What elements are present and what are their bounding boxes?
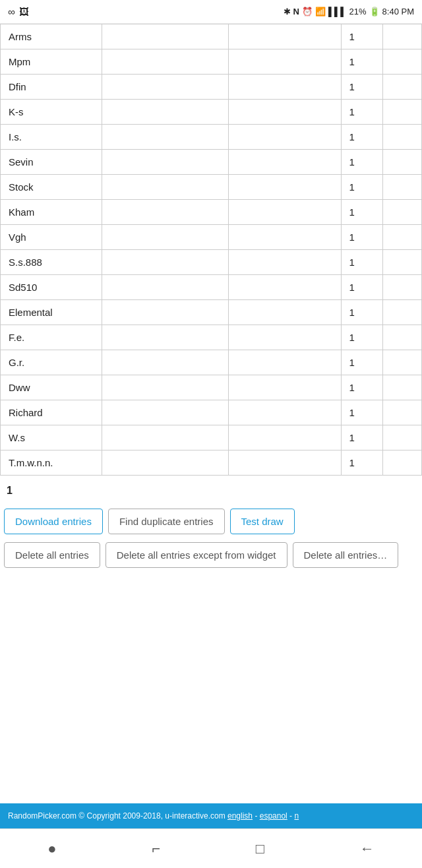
download-entries-button[interactable]: Download entries <box>4 509 103 534</box>
entry-col5 <box>383 49 422 75</box>
entry-col2 <box>102 250 229 275</box>
entry-name: Elemental <box>1 300 102 325</box>
footer-link-english[interactable]: english <box>227 811 253 821</box>
image-icon: 🖼 <box>19 6 29 17</box>
footer-link-n[interactable]: n <box>294 811 299 821</box>
entry-count: 1 <box>341 325 383 350</box>
entry-col3 <box>229 425 341 450</box>
entry-col3 <box>229 450 341 476</box>
entry-col3 <box>229 350 341 375</box>
signal-icon: ▌▌▌ <box>328 7 347 16</box>
table-row: Sd510 1 <box>1 275 422 300</box>
test-draw-button[interactable]: Test draw <box>230 509 295 534</box>
entry-name: S.s.888 <box>1 250 102 275</box>
status-left-icons: ∞ 🖼 <box>8 6 29 17</box>
footer: RandomPicker.com © Copyright 2009-2018, … <box>0 803 422 828</box>
entry-col5 <box>383 100 422 125</box>
entry-name: Dfin <box>1 75 102 100</box>
table-row: I.s. 1 <box>1 125 422 150</box>
entry-name: W.s <box>1 425 102 450</box>
table-row: Vgh 1 <box>1 225 422 250</box>
entry-count: 1 <box>341 75 383 100</box>
table-row: Kham 1 <box>1 200 422 225</box>
entry-col5 <box>383 375 422 400</box>
entry-col3 <box>229 175 341 200</box>
entry-col3 <box>229 275 341 300</box>
nav-home-button[interactable]: □ <box>256 840 264 857</box>
entry-col5 <box>383 125 422 150</box>
table-row: Mpm 1 <box>1 49 422 75</box>
table-row: Dfin 1 <box>1 75 422 100</box>
find-duplicate-entries-button[interactable]: Find duplicate entries <box>108 509 225 534</box>
footer-link-espanol[interactable]: espanol <box>260 811 287 821</box>
entry-name: Sevin <box>1 150 102 175</box>
entry-col3 <box>229 300 341 325</box>
entry-count: 1 <box>341 425 383 450</box>
footer-text: RandomPicker.com © Copyright 2009-2018, … <box>8 811 227 821</box>
entry-col5 <box>383 75 422 100</box>
delete-all-entries-button[interactable]: Delete all entries <box>4 542 100 568</box>
action-buttons-row1: Download entries Find duplicate entries … <box>0 503 422 540</box>
entry-col2 <box>102 175 229 200</box>
table-row: G.r. 1 <box>1 350 422 375</box>
entry-col5 <box>383 275 422 300</box>
table-row: S.s.888 1 <box>1 250 422 275</box>
battery-icon: 🔋 <box>369 7 380 16</box>
entry-count: 1 <box>341 125 383 150</box>
entry-col3 <box>229 100 341 125</box>
table-row: Dww 1 <box>1 375 422 400</box>
entry-count: 1 <box>341 150 383 175</box>
entry-col2 <box>102 450 229 476</box>
entry-count: 1 <box>341 450 383 476</box>
entry-name: Vgh <box>1 225 102 250</box>
entry-name: K-s <box>1 100 102 125</box>
entry-col5 <box>383 200 422 225</box>
delete-all-entries-more-button[interactable]: Delete all entries… <box>293 542 399 568</box>
status-bar: ∞ 🖼 ✱ N ⏰ 📶 ▌▌▌ 21% 🔋 8:40 PM <box>0 0 422 24</box>
entry-col5 <box>383 400 422 425</box>
entry-col3 <box>229 325 341 350</box>
table-row: Sevin 1 <box>1 150 422 175</box>
entry-col3 <box>229 75 341 100</box>
entry-name: T.m.w.n.n. <box>1 450 102 476</box>
nav-bar: ● ⌐ □ ← <box>0 828 422 868</box>
entry-col2 <box>102 375 229 400</box>
entry-col5 <box>383 300 422 325</box>
entry-name: Kham <box>1 200 102 225</box>
entry-count: 1 <box>341 24 383 49</box>
entry-count: 1 <box>341 275 383 300</box>
nav-dot-button[interactable]: ● <box>47 840 56 857</box>
entry-col2 <box>102 225 229 250</box>
entry-col2 <box>102 400 229 425</box>
entry-col3 <box>229 225 341 250</box>
nav-back-button[interactable]: ← <box>360 840 375 857</box>
status-right-info: ✱ N ⏰ 📶 ▌▌▌ 21% 🔋 8:40 PM <box>284 7 414 16</box>
entry-col2 <box>102 125 229 150</box>
entry-col2 <box>102 200 229 225</box>
entry-name: Dww <box>1 375 102 400</box>
table-row: T.m.w.n.n. 1 <box>1 450 422 476</box>
delete-all-except-widget-button[interactable]: Delete all entries except from widget <box>106 542 287 568</box>
entry-col3 <box>229 400 341 425</box>
entry-col3 <box>229 125 341 150</box>
table-row: Richard 1 <box>1 400 422 425</box>
entry-count: 1 <box>341 250 383 275</box>
entry-col5 <box>383 425 422 450</box>
entry-col3 <box>229 200 341 225</box>
entry-col2 <box>102 150 229 175</box>
entry-col3 <box>229 150 341 175</box>
entry-col5 <box>383 150 422 175</box>
wifi-icon: 📶 <box>315 7 326 16</box>
entry-col2 <box>102 425 229 450</box>
entry-col2 <box>102 350 229 375</box>
entry-count: 1 <box>341 300 383 325</box>
entry-col5 <box>383 175 422 200</box>
entry-name: Mpm <box>1 49 102 75</box>
table-row: F.e. 1 <box>1 325 422 350</box>
nav-recent-button[interactable]: ⌐ <box>152 840 160 857</box>
total-count: 1 <box>0 476 422 503</box>
entry-name: Sd510 <box>1 275 102 300</box>
table-row: Arms 1 <box>1 24 422 49</box>
entry-col2 <box>102 100 229 125</box>
entry-col5 <box>383 24 422 49</box>
